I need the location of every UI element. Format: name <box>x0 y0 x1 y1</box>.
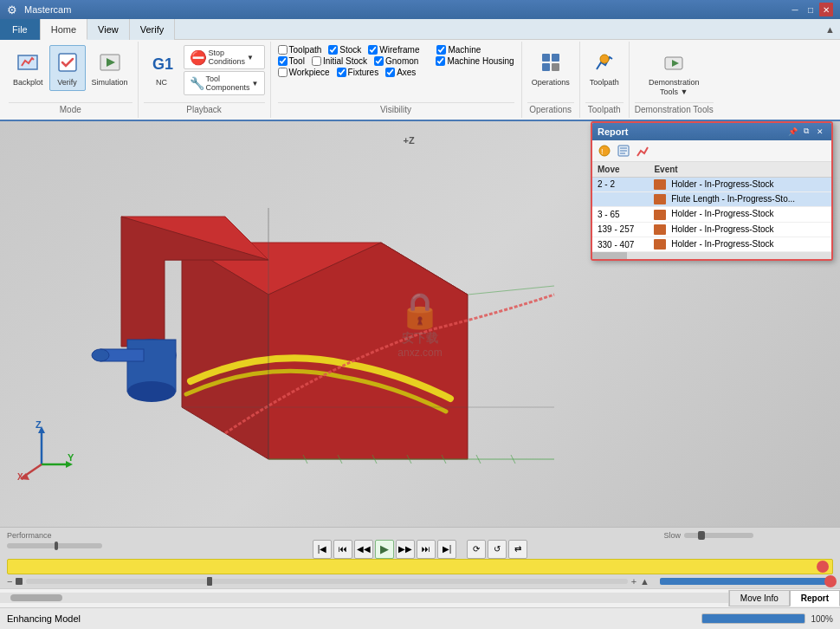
initial-stock-checkbox[interactable] <box>312 56 321 66</box>
simulation-button[interactable]: Simulation <box>87 45 132 91</box>
report-tab[interactable]: Report <box>790 590 840 606</box>
event-icon <box>654 179 671 189</box>
horizontal-scrollbar[interactable] <box>0 593 728 603</box>
axes-checkbox-item[interactable]: Axes <box>385 68 416 77</box>
event-icon <box>654 209 671 218</box>
demonstration-group-label: Demonstration Tools <box>635 102 714 116</box>
machine-housing-checkbox[interactable] <box>436 56 445 66</box>
tool-components-button[interactable]: 🔧 ToolComponents ▼ <box>184 71 265 95</box>
stop-conditions-icon: ⛔ <box>190 49 207 66</box>
blue-progress-bar[interactable] <box>660 578 833 585</box>
toolpath-btn[interactable]: Toolpath <box>585 45 624 91</box>
verify-label: Verify <box>57 78 77 88</box>
gnomon-checkbox[interactable] <box>374 56 384 66</box>
toolpath-checkbox-item[interactable]: Toolpath <box>278 45 322 55</box>
fixtures-checkbox-item[interactable]: Fixtures <box>337 68 379 77</box>
move-info-tab[interactable]: Move Info <box>729 590 790 606</box>
next-frame-button[interactable]: ⏭ <box>417 540 436 559</box>
machine-housing-checkbox-item[interactable]: Machine Housing <box>436 56 514 66</box>
tool-checkbox-item[interactable]: Tool <box>278 56 305 66</box>
step-forward-button[interactable]: ▶▶ <box>396 540 415 559</box>
speed-slider[interactable] <box>684 533 753 538</box>
viewport[interactable]: +Z <box>0 121 840 527</box>
toolpath-checkbox[interactable] <box>278 45 288 55</box>
workpiece-label: Workpiece <box>289 68 330 77</box>
bottom-tabs-scrollbar-row: Move Info Report <box>0 588 840 607</box>
report-tool-btn-2[interactable] <box>615 142 632 159</box>
toolpath-btn-label: Toolpath <box>590 78 619 88</box>
ribbon-tabs: File Home View Verify ▲ <box>0 19 840 40</box>
slider-handle-left[interactable] <box>16 578 23 585</box>
fixtures-checkbox[interactable] <box>337 68 346 77</box>
table-row[interactable]: 139 - 257 Holder - In-Progress-Stock <box>592 222 831 237</box>
status-progress: 100% <box>701 613 833 624</box>
progress-bar[interactable] <box>7 559 833 574</box>
workpiece-checkbox-item[interactable]: Workpiece <box>278 68 330 77</box>
ribbon-collapse-button[interactable]: ▲ <box>825 24 835 35</box>
bottom-tab-group: Move Info Report <box>728 590 840 606</box>
gnomon-checkbox-item[interactable]: Gnomon <box>374 56 418 66</box>
nc-button[interactable]: G1 NC <box>144 45 180 91</box>
table-row[interactable]: 330 - 407 Holder - In-Progress-Stock <box>592 237 831 252</box>
status-bar-fill <box>701 613 805 624</box>
backplot-button[interactable]: Backplot <box>9 45 48 91</box>
step-back-button[interactable]: ◀◀ <box>354 540 373 559</box>
tab-verify[interactable]: Verify <box>130 19 176 40</box>
report-tool-btn-3[interactable] <box>634 142 651 159</box>
stock-checkbox-item[interactable]: Stock <box>328 45 361 55</box>
toolpath-group-label: Toolpath <box>585 102 624 116</box>
report-tool-btn-1[interactable]: ! <box>596 142 613 159</box>
percent-text: 100% <box>811 614 833 624</box>
verify-button[interactable]: Verify <box>49 45 86 91</box>
tool-checkbox[interactable] <box>278 56 288 66</box>
maximize-button[interactable]: □ <box>804 3 817 16</box>
skip-to-end-button[interactable]: ▶| <box>437 540 456 559</box>
tab-view[interactable]: View <box>87 19 130 40</box>
blue-progress-dot[interactable] <box>824 575 837 587</box>
svg-rect-48 <box>654 179 666 190</box>
close-button[interactable]: ✕ <box>819 3 833 16</box>
table-row[interactable]: 2 - 2 Holder - In-Progress-Stock <box>592 177 831 191</box>
reverse-button[interactable]: ↺ <box>488 540 507 559</box>
tab-home[interactable]: Home <box>41 19 87 40</box>
table-row[interactable]: Flute Length - In-Progress-Sto... <box>592 191 831 206</box>
ribbon-group-toolpath: Toolpath Toolpath <box>580 42 630 118</box>
event-icon <box>654 239 671 249</box>
wireframe-checkbox[interactable] <box>368 45 378 55</box>
table-row[interactable]: 3 - 65 Holder - In-Progress-Stock <box>592 207 831 222</box>
report-pin-button[interactable]: 📌 <box>786 126 798 138</box>
prev-frame-button[interactable]: ⏮ <box>333 540 352 559</box>
operations-group-label: Operations <box>527 102 574 116</box>
machine-housing-label: Machine Housing <box>447 56 514 66</box>
demonstration-tools-button[interactable]: DemonstrationTools ▼ <box>644 45 704 101</box>
speed-control: Slow <box>663 531 753 540</box>
minimize-button[interactable]: ─ <box>788 3 802 16</box>
report-float-button[interactable]: ⧉ <box>800 126 812 138</box>
operations-button[interactable]: Operations <box>527 45 574 91</box>
report-table: Move Event 2 - 2 Holder - In-Progress-St… <box>592 162 831 253</box>
skip-to-start-button[interactable]: |◀ <box>313 540 332 559</box>
workpiece-checkbox[interactable] <box>278 68 288 77</box>
extra-button-1[interactable]: ⇄ <box>508 540 527 559</box>
visibility-group-label: Visibility <box>278 102 514 116</box>
report-scroll-thumb[interactable] <box>592 252 627 259</box>
report-scrollbar[interactable] <box>592 252 831 259</box>
initial-stock-label: Initial Stock <box>323 56 367 66</box>
tab-file[interactable]: File <box>0 19 41 40</box>
stop-conditions-button[interactable]: ⛔ StopConditions ▼ <box>184 45 265 69</box>
machine-checkbox-item[interactable]: Machine <box>436 45 481 55</box>
initial-stock-checkbox-item[interactable]: Initial Stock <box>312 56 367 66</box>
wireframe-checkbox-item[interactable]: Wireframe <box>368 45 419 55</box>
svg-rect-7 <box>542 63 550 71</box>
axes-checkbox[interactable] <box>385 68 395 77</box>
svg-rect-50 <box>654 210 666 220</box>
machine-checkbox[interactable] <box>436 45 446 55</box>
reset-button[interactable]: ⟳ <box>467 540 486 559</box>
stock-checkbox[interactable] <box>328 45 338 55</box>
report-close-button[interactable]: ✕ <box>814 126 826 138</box>
play-button[interactable]: ▶ <box>375 540 394 559</box>
progress-dot[interactable] <box>817 561 829 573</box>
event-icon <box>654 224 671 234</box>
scrollbar-thumb[interactable] <box>10 594 62 601</box>
position-slider[interactable] <box>26 579 627 584</box>
